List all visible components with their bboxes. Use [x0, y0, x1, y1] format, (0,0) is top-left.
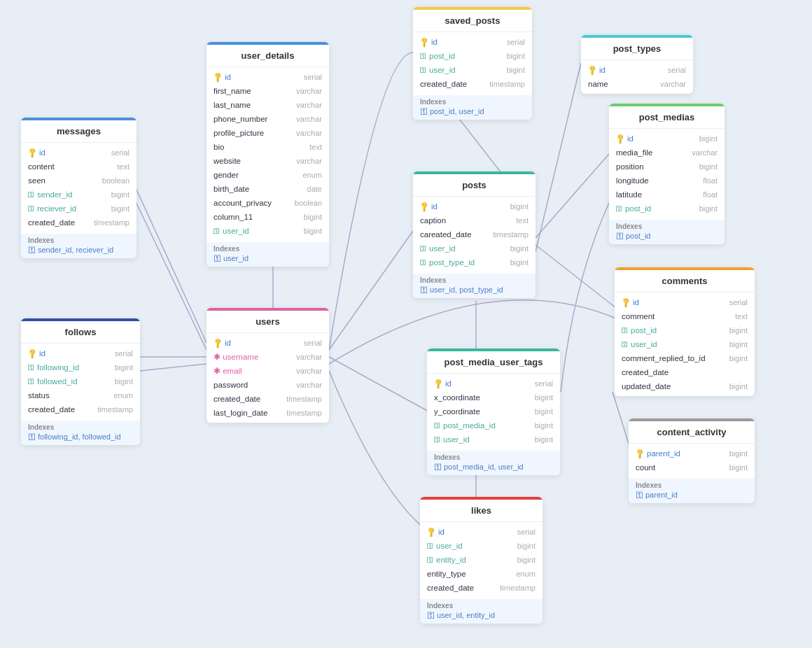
table-row: phone_number varchar	[206, 112, 329, 126]
table-row: 🔑 id serial	[427, 376, 560, 390]
table-row: comment_replied_to_id bigint	[615, 351, 755, 365]
table-row: created_date timestamp	[206, 392, 329, 406]
table-row: ⚿ followed_id bigint	[21, 374, 140, 388]
pk-icon: 🔑	[587, 64, 598, 76]
table-row: ⚿ following_id bigint	[21, 360, 140, 374]
pk-icon: 🔑	[212, 71, 223, 83]
table-row: column_11 bigint	[206, 210, 329, 224]
pk-icon: 🔑	[620, 297, 631, 308]
table-row: created_date timestamp	[413, 77, 532, 91]
table-users: users 🔑 id serial ✱ username varchar ✱ e…	[206, 308, 329, 423]
table-header-content-activity: content_activity	[629, 418, 755, 444]
table-posts: posts 🔑 id bigint caption text careated_…	[413, 171, 536, 298]
table-row: careated_date timestamp	[413, 227, 536, 241]
table-row: x_coordinate bigint	[427, 390, 560, 404]
table-row: ✱ email varchar	[206, 364, 329, 378]
table-post-types: post_types 🔑 id serial name varchar	[581, 35, 693, 94]
table-header-post-medias: post_medias	[609, 104, 724, 129]
table-row: caption text	[413, 213, 536, 227]
table-row: status enum	[21, 388, 140, 402]
fk-icon: ⚿	[622, 341, 628, 348]
table-row: created_date timestamp	[21, 402, 140, 416]
fk-icon: ⚿	[427, 542, 433, 549]
indexes-section: Indexes ⚿ user_id, entity_id	[420, 599, 542, 624]
table-row: ⚿ reciever_id bigint	[21, 202, 136, 216]
table-row: count bigint	[629, 460, 755, 474]
table-row: longitude float	[609, 174, 724, 188]
table-row: y_coordinate bigint	[427, 404, 560, 418]
fk-icon: ⚿	[420, 259, 426, 266]
index-icon: ⚿	[434, 463, 442, 471]
fk-icon: ⚿	[420, 245, 426, 252]
indexes-section: Indexes ⚿ parent_id	[629, 479, 755, 503]
table-row: birth_date date	[206, 182, 329, 196]
indexes-section: Indexes ⚿ post_media_id, user_id	[427, 451, 560, 475]
table-header-post-media-user-tags: post_media_user_tags	[427, 348, 560, 374]
pk-icon: 🔑	[615, 133, 626, 144]
table-header-likes: likes	[420, 497, 542, 522]
table-user-details: user_details 🔑 id serial first_name varc…	[206, 42, 329, 267]
table-post-medias: post_medias 🔑 id bigint media_file varch…	[609, 104, 724, 244]
table-row: last_name varchar	[206, 98, 329, 112]
fk-icon: ⚿	[420, 66, 426, 73]
fk-icon: ⚿	[434, 436, 440, 443]
table-row: created_date	[615, 365, 755, 379]
table-comments: comments 🔑 id serial comment text ⚿ post…	[615, 267, 755, 396]
fk-icon: ⚿	[28, 378, 34, 385]
table-row: ⚿ user_id bigint	[427, 432, 560, 446]
diagram-canvas: saved_posts 🔑 id serial ⚿ post_id bigint…	[0, 0, 812, 648]
table-row: position bigint	[609, 160, 724, 174]
table-header-user-details: user_details	[206, 42, 329, 67]
table-row: ⚿ post_id bigint	[615, 323, 755, 337]
table-messages: messages 🔑 id serial content text seen b…	[21, 118, 136, 258]
table-row: created_date timestamp	[21, 216, 136, 230]
table-row: ⚿ post_id bigint	[413, 49, 532, 63]
table-row: ⚿ user_id bigint	[413, 63, 532, 77]
table-header-saved-posts: saved_posts	[413, 7, 532, 32]
fk-icon: ⚿	[622, 327, 628, 334]
indexes-section: Indexes ⚿ sender_id, reciever_id	[21, 234, 136, 258]
table-header-posts: posts	[413, 171, 536, 197]
fk-icon: ⚿	[420, 52, 426, 59]
table-row: content text	[21, 160, 136, 174]
table-row: last_login_date timestamp	[206, 406, 329, 420]
fk-icon: ⚿	[28, 205, 34, 212]
table-row: password varchar	[206, 378, 329, 392]
table-row: bio text	[206, 140, 329, 154]
table-row: ⚿ user_id bigint	[413, 241, 536, 255]
fk-icon: ⚿	[434, 422, 440, 429]
table-row: ⚿ post_id bigint	[609, 202, 724, 216]
table-row: 🔑 id serial	[615, 295, 755, 309]
index-icon: ⚿	[28, 432, 36, 441]
table-row: 🔑 id serial	[206, 336, 329, 350]
table-content-activity: content_activity 🔑 parent_id bigint coun…	[629, 418, 755, 503]
table-row: updated_date bigint	[615, 379, 755, 393]
table-row: profile_picture varchar	[206, 126, 329, 140]
indexes-section: Indexes ⚿ post_id, user_id	[413, 95, 532, 120]
table-header-follows: follows	[21, 318, 140, 344]
fk-icon: ⚿	[214, 227, 220, 234]
table-row: ⚿ post_media_id bigint	[427, 418, 560, 432]
index-icon: ⚿	[427, 611, 435, 619]
table-row: 🔑 id bigint	[413, 199, 536, 213]
fk-icon: ⚿	[427, 556, 433, 563]
indexes-section: Indexes ⚿ following_id, followed_id	[21, 421, 140, 445]
table-row: 🔑 id serial	[206, 70, 329, 84]
pk-icon: 🔑	[27, 147, 38, 158]
index-icon: ⚿	[616, 232, 624, 240]
table-row: ⚿ user_id bigint	[206, 224, 329, 238]
table-post-media-user-tags: post_media_user_tags 🔑 id serial x_coord…	[427, 348, 560, 475]
table-row: 🔑 id serial	[420, 525, 542, 539]
table-row: 🔑 id serial	[21, 346, 140, 360]
indexes-section: Indexes ⚿ user_id, post_type_id	[413, 274, 536, 298]
table-row: ⚿ entity_id bigint	[420, 553, 542, 567]
table-row: account_privacy boolean	[206, 196, 329, 210]
table-row: seen boolean	[21, 174, 136, 188]
table-row: 🔑 id serial	[581, 63, 693, 77]
table-row: ⚿ user_id bigint	[420, 539, 542, 553]
pk-icon: 🔑	[27, 348, 38, 359]
pk-icon: 🔑	[634, 448, 645, 459]
table-likes: likes 🔑 id serial ⚿ user_id bigint ⚿ ent…	[420, 497, 542, 624]
table-row: latitude float	[609, 188, 724, 202]
pk-icon: 🔑	[419, 201, 430, 212]
